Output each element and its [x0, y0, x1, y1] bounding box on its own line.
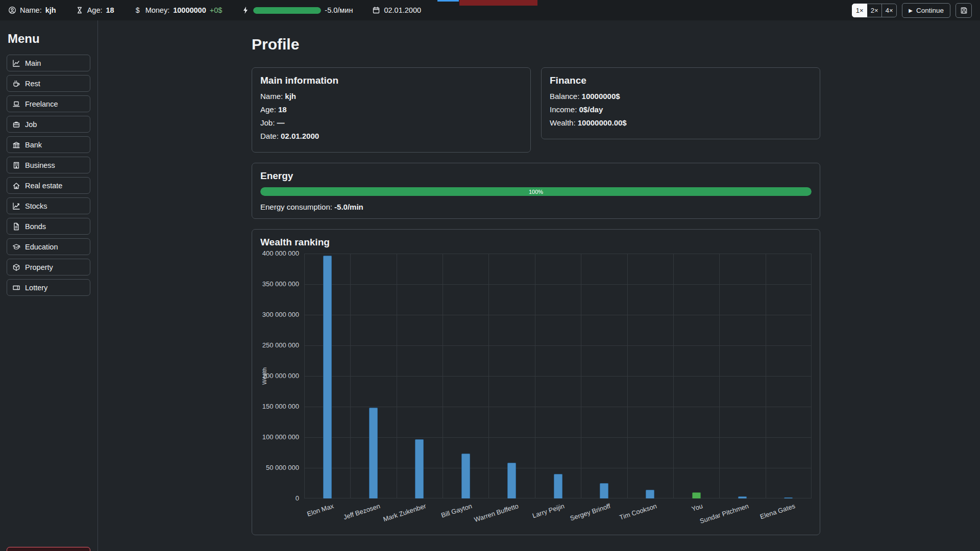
briefcase-icon	[12, 120, 20, 129]
sidebar-item-label: Stocks	[25, 202, 47, 210]
energy-bar-top	[253, 7, 321, 14]
continue-button[interactable]: ▶ Continue	[902, 3, 950, 18]
sidebar: Menu MainRestFreelanceJobBankBusinessRea…	[0, 20, 98, 551]
name-value: kjh	[45, 6, 56, 14]
info-cards-row: Main information Name: kjhAge: 18Job: —D…	[252, 67, 820, 153]
gridline-vertical	[488, 254, 489, 498]
bank-icon	[12, 141, 20, 149]
info-row: Wealth: 10000000.00$	[550, 118, 812, 127]
sidebar-item-label: Lottery	[25, 284, 47, 292]
coffee-cup-icon	[12, 80, 20, 88]
wealth-bar-larry-peijin	[554, 474, 562, 498]
wealth-bar-jeff-bezosen	[369, 408, 378, 498]
house-icon	[12, 182, 20, 190]
y-tick-label: 350 000 000	[262, 280, 299, 288]
energy-consumption-label: Energy consumption:	[260, 203, 332, 211]
x-tick-label: Jeff Bezosen	[342, 502, 381, 521]
energy-rate: -5.0/мин	[325, 6, 353, 14]
energy-indicator: -5.0/мин	[241, 6, 353, 14]
play-icon: ▶	[909, 8, 913, 13]
gridline-horizontal	[304, 315, 812, 315]
page-title: Profile	[252, 36, 980, 53]
sidebar-item-label: Main	[25, 59, 41, 67]
sidebar-item-freelance[interactable]: Freelance	[7, 95, 90, 112]
info-row: Date: 02.01.2000	[260, 132, 522, 140]
wealth-bar-bill-gayton	[461, 454, 470, 498]
wealth-chart: Wealth 050 000 000100 000 000150 000 000…	[260, 254, 812, 525]
sidebar-item-business[interactable]: Business	[7, 157, 90, 173]
y-tick-label: 400 000 000	[262, 249, 299, 257]
x-tick-label: Warren Buffetto	[473, 502, 520, 523]
sidebar-item-bank[interactable]: Bank	[7, 136, 90, 153]
speed-2x-button[interactable]: 2×	[867, 4, 882, 17]
wealth-bar-elon-max	[323, 256, 332, 498]
wealth-bar-mark-zukenber	[415, 439, 424, 498]
speed-1x-button[interactable]: 1×	[852, 4, 867, 17]
wealth-bar-you	[692, 492, 701, 498]
floppy-icon	[960, 6, 968, 14]
continue-label: Continue	[916, 7, 944, 14]
sidebar-item-bonds[interactable]: Bonds	[7, 218, 90, 235]
gridline-vertical	[581, 254, 581, 498]
chart-line-icon	[12, 59, 20, 67]
sidebar-item-education[interactable]: Education	[7, 238, 90, 255]
energy-bar-top-fill	[253, 7, 321, 14]
y-tick-label: 50 000 000	[266, 464, 299, 471]
sidebar-item-real-estate[interactable]: Real estate	[7, 177, 90, 194]
x-tick-label: Elon Max	[306, 502, 335, 518]
info-row: Age: 18	[260, 105, 522, 114]
gridline-vertical	[719, 254, 720, 498]
gridline-vertical	[673, 254, 674, 498]
name-label: Name:	[20, 6, 42, 14]
gridline-horizontal	[304, 345, 812, 346]
main-information-rows: Name: kjhAge: 18Job: —Date: 02.01.2000	[260, 92, 522, 140]
stocks-chart-icon	[12, 202, 20, 210]
gridline-horizontal	[304, 254, 812, 254]
x-tick-label: Bill Gayton	[440, 502, 473, 519]
y-tick-label: 0	[296, 494, 299, 502]
sidebar-title: Menu	[8, 32, 97, 46]
sidebar-item-property[interactable]: Property	[7, 259, 90, 276]
hourglass-icon	[76, 6, 84, 14]
lightning-icon	[241, 6, 250, 14]
graduation-cap-icon	[12, 243, 20, 251]
calendar-icon	[372, 6, 380, 14]
sidebar-item-label: Job	[25, 120, 37, 129]
document-icon	[12, 222, 20, 231]
sidebar-item-rest[interactable]: Rest	[7, 75, 90, 92]
sidebar-item-main[interactable]: Main	[7, 55, 90, 71]
laptop-icon	[12, 100, 20, 108]
building-icon	[12, 161, 20, 169]
gridline-horizontal	[304, 437, 812, 438]
chart-plot-area: Elon MaxJeff BezosenMark ZukenberBill Ga…	[304, 254, 812, 525]
player-name-indicator: Name: kjh	[8, 6, 56, 14]
gridline-horizontal	[304, 468, 812, 468]
sidebar-bottom-button[interactable]	[7, 547, 90, 551]
money-label: Money:	[145, 6, 170, 14]
dollar-icon: $	[134, 6, 142, 14]
speed-button-group: 1×2×4×	[852, 4, 897, 17]
age-indicator: Age: 18	[76, 6, 114, 14]
gridline-vertical	[350, 254, 351, 498]
save-button[interactable]	[955, 3, 972, 18]
sidebar-item-label: Bank	[25, 141, 42, 149]
gridline-vertical	[397, 254, 397, 498]
sidebar-item-label: Business	[25, 161, 55, 169]
gridline-vertical	[443, 254, 443, 498]
person-icon	[8, 6, 16, 14]
speed-4x-button[interactable]: 4×	[881, 4, 897, 17]
sidebar-item-stocks[interactable]: Stocks	[7, 197, 90, 214]
sidebar-item-job[interactable]: Job	[7, 116, 90, 133]
money-value: 10000000	[173, 6, 206, 14]
x-tick-label: Sundar Pitchmen	[699, 502, 750, 525]
sidebar-item-lottery[interactable]: Lottery	[7, 279, 90, 296]
gridline-vertical	[535, 254, 535, 498]
energy-progress-bar: 100%	[260, 187, 812, 196]
y-axis-ticks: 050 000 000100 000 000150 000 000200 000…	[268, 254, 304, 498]
date-value: 02.01.2000	[384, 6, 421, 14]
sidebar-item-label: Education	[25, 243, 58, 251]
finance-card: Finance Balance: 10000000$Income: 0$/day…	[541, 67, 820, 139]
y-tick-label: 150 000 000	[262, 403, 299, 410]
age-value: 18	[106, 6, 114, 14]
package-icon	[12, 263, 20, 271]
